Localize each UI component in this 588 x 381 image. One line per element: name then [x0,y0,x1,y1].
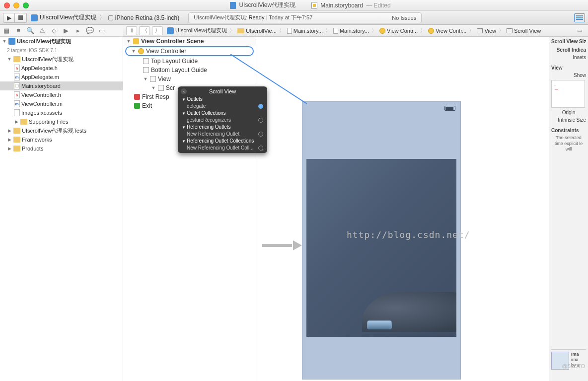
report-navigator-icon[interactable]: ▭ [98,27,105,34]
nav-products-group[interactable]: ▶Products [0,144,123,153]
status-time: Today at 下午7:57 [269,14,312,20]
window-titlebar: UIscrollView代理实现 Main.storyboard — Edite… [0,0,588,11]
scrollview-icon [158,85,164,91]
breakpoint-navigator-icon[interactable]: ▸ [74,27,81,34]
traffic-lights [4,2,29,8]
back-button[interactable]: 〈 [139,26,150,35]
window-title: UIscrollView代理实现 Main.storyboard — Edite… [37,1,584,9]
test-navigator-icon[interactable]: ◇ [51,27,58,34]
outlet-connector-icon[interactable] [258,132,263,137]
first-responder-icon [134,94,140,100]
interface-builder-canvas[interactable]: ▼View Controller Scene ▼View Controller … [123,37,549,381]
close-window-button[interactable] [4,2,10,8]
size-inspector: Scroll View Siz Scroll Indica Insets Vie… [549,37,588,381]
view-toggle-button[interactable] [574,13,585,22]
outline-top-layout[interactable]: Top Layout Guide [123,57,256,66]
window-title-project: UIscrollView代理实现 [239,1,295,9]
folder-icon [13,128,20,134]
folder-icon [13,146,20,152]
header-file-icon: h [14,91,20,98]
outline-scene-header[interactable]: ▼View Controller Scene [123,37,256,46]
nav-file-appdelegate-m[interactable]: mAppDelegate.m [0,73,123,81]
jump-bar: ⫴ 〈 〉 UIscrollView代理实现〉 UIscrollVie...〉 … [123,25,588,37]
popover-resize-grip[interactable]: ⋰ [262,147,266,152]
jumpbar-item-7[interactable]: Scroll View [505,28,543,34]
find-navigator-icon[interactable]: 🔍 [27,27,34,34]
jumpbar-doc-icon[interactable]: ▭ [574,27,585,34]
library-item-line1: ima [571,357,579,362]
window-title-file: Main.storyboard [320,2,363,9]
outlet-connector-icon[interactable] [258,118,263,123]
popover-section-ref-outlets: Referencing Outlets [178,123,267,131]
scheme-selector[interactable]: UIscrollView代理实现 〉 iPhone Retina (3.5-in… [31,13,179,22]
folder-icon [237,28,244,33]
jumpbar-item-5[interactable]: View Contr... [426,28,468,34]
device-icon [108,15,113,20]
inspector-origin-diagram[interactable] [551,80,585,108]
nav-project-row[interactable]: ▼UIscrollView代理实现 [0,37,123,46]
exit-icon [134,103,140,109]
jumpbar-item-0[interactable]: UIscrollView代理实现 [165,27,229,34]
symbol-navigator-icon[interactable]: ≡ [15,27,22,34]
project-navigator-icon[interactable]: ▤ [3,27,10,34]
credit-watermark: @51CTO [562,363,585,369]
nav-frameworks-group[interactable]: ▶Frameworks [0,135,123,144]
folder-icon [13,56,20,62]
folder-icon [20,119,27,125]
jumpbar-item-4[interactable]: View Contr... [377,28,420,34]
impl-file-icon: m [14,100,20,107]
folder-icon [13,137,20,143]
scroll-view-content[interactable] [306,159,456,337]
jumpbar-item-1[interactable]: UIscrollVie... [235,28,279,34]
popover-section-ref-outlet-coll: Referencing Outlet Collections [178,137,267,145]
inspector-insets-label: Insets [551,55,586,60]
nav-file-xcassets[interactable]: Images.xcassets [0,108,123,117]
nav-file-viewcontroller-h[interactable]: hViewController.h [0,90,123,99]
vc-icon [138,48,144,54]
popover-title: Scroll View [178,86,267,95]
scheme-project-label: UIscrollView代理实现 [40,13,96,22]
jumpbar-item-3[interactable]: Main.story... [331,28,371,34]
related-items-button[interactable]: ⫴ [126,26,137,35]
outline-bottom-layout[interactable]: Bottom Layout Guide [123,66,256,75]
library-item-title: Ima [571,352,579,357]
impl-file-icon: m [14,74,20,80]
main-toolbar: ▶ UIscrollView代理实现 〉 iPhone Retina (3.5-… [0,11,588,25]
popover-outlet-delegate[interactable]: delegate [178,103,267,109]
xcode-proj-icon [167,27,174,34]
popover-section-outlet-collections: Outlet Collections [178,109,267,117]
project-doc-icon [230,2,236,9]
jumpbar-item-6[interactable]: View [475,28,498,34]
log-navigator-icon[interactable]: 💬 [86,27,93,34]
outline-view[interactable]: ▼View [123,75,256,83]
forward-button[interactable]: 〉 [152,26,163,35]
popover-outlet-gesture[interactable]: gestureRecognizers [178,117,267,123]
issue-navigator-icon[interactable]: ⚠ [39,27,46,34]
status-issues: No Issues [392,15,416,21]
run-button[interactable]: ▶ [3,13,15,23]
debug-navigator-icon[interactable]: ▶ [63,27,70,34]
popover-new-ref-outlet-coll[interactable]: New Referencing Outlet Coll... [178,145,267,151]
stop-button[interactable] [15,13,27,23]
nav-file-appdelegate-h[interactable]: hAppDelegate.h [0,64,123,73]
nav-group-row[interactable]: ▼UIscrollView代理实现 [0,55,123,64]
nav-tests-group[interactable]: ▶UIscrollView代理实现Tests [0,126,123,135]
layout-guide-icon [143,67,149,73]
status-state: Ready [249,14,265,20]
connections-popover: × Scroll View Outlets delegate Outlet Co… [178,86,267,153]
nav-file-storyboard[interactable]: Main.storyboard [0,81,123,90]
popover-new-ref-outlet[interactable]: New Referencing Outlet [178,131,267,137]
scene-icon [133,38,139,44]
inspector-constraints-section: Constraints [551,128,586,133]
outlet-connector-filled-icon[interactable] [258,104,263,109]
scheme-device-label: iPhone Retina (3.5-inch) [115,14,179,21]
initial-vc-arrow[interactable] [262,240,302,250]
minimize-window-button[interactable] [13,2,19,8]
zoom-window-button[interactable] [23,2,29,8]
nav-file-viewcontroller-m[interactable]: mViewController.m [0,99,123,108]
nav-supporting-files[interactable]: ▶Supporting Files [0,117,123,126]
device-canvas[interactable] [302,101,461,380]
jumpbar-item-2[interactable]: Main.story... [285,28,325,34]
outline-view-controller[interactable]: ▼View Controller [125,46,254,56]
car-image-placeholder [362,262,456,337]
